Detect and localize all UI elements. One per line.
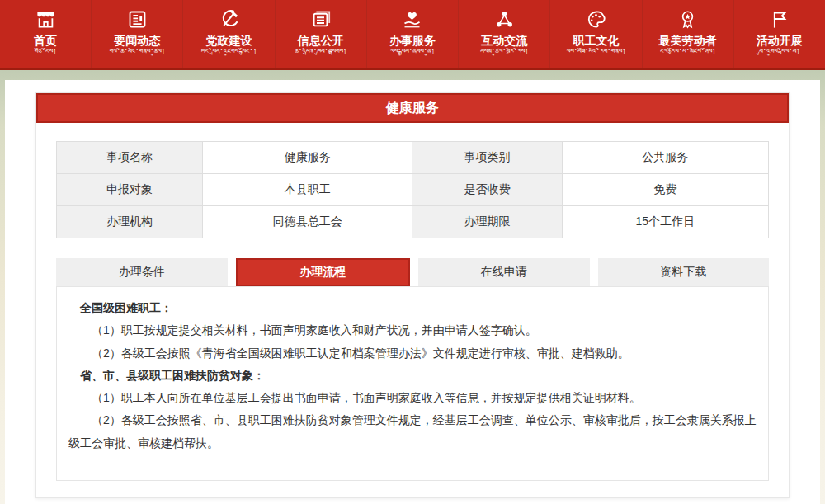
- page-content-area: 健康服务 事项名称 健康服务 事项类别 公共服务 申报对象 本县职工 是否收费 …: [5, 80, 820, 504]
- newspaper-icon: [126, 8, 148, 31]
- section-heading-provincial: 省、市、县级职工困难扶防贫对象：: [68, 365, 757, 387]
- field-value-applicants: 本县职工: [202, 174, 412, 206]
- nav-label: 要闻动态: [114, 34, 160, 48]
- field-value-item-category: 公共服务: [562, 142, 768, 174]
- nav-item-activities[interactable]: 活动开展 བྱ་འགུལ་སྤེལ་བ།: [734, 0, 825, 68]
- nav-label: 职工文化: [573, 34, 619, 48]
- field-value-agency: 同德县总工会: [202, 206, 412, 238]
- medal-icon: [676, 8, 699, 31]
- nav-item-worker-culture[interactable]: 职工文化 ལས་བཟོ་པའི་རིག་གནས།: [550, 0, 642, 68]
- table-row: 申报对象 本县职工 是否收费 免费: [57, 174, 769, 206]
- nav-item-interaction[interactable]: 互动交流 བསམ་ཚུལ་བརྗེ་རེས།: [459, 0, 550, 68]
- nav-item-info-disclosure[interactable]: 信息公开 ཆ་འཕྲིན་ཁྱབ་བསྒྲགས།: [276, 0, 367, 68]
- service-info-table: 事项名称 健康服务 事项类别 公共服务 申报对象 本县职工 是否收费 免费 办理…: [56, 141, 769, 238]
- tab-conditions[interactable]: 办理条件: [56, 258, 228, 286]
- nav-label: 党政建设: [206, 34, 252, 48]
- heart-hand-icon: [401, 8, 423, 31]
- field-value-item-name: 健康服务: [202, 142, 412, 174]
- process-tab-panel: 全国级困难职工： （1）职工按规定提交相关材料，书面声明家庭收入和财产状况，并由…: [56, 286, 769, 481]
- storefront-icon: [35, 8, 57, 31]
- document-icon: [309, 8, 332, 31]
- flag-icon: [768, 8, 790, 31]
- service-detail-card: 健康服务 事项名称 健康服务 事项类别 公共服务 申报对象 本县职工 是否收费 …: [35, 92, 790, 498]
- tab-downloads[interactable]: 资料下载: [598, 258, 770, 286]
- palette-icon: [585, 8, 607, 31]
- nav-tibetan-label: གལ་ཆེ་བའི་གནས་ཚུལ།: [110, 49, 166, 57]
- nav-label: 互动交流: [481, 34, 527, 48]
- nav-item-home[interactable]: 首页 གཙོ་ངོས།: [0, 0, 92, 68]
- nav-item-party-building[interactable]: 党政建设 ཏང་སྲིད་འཛུགས་སྐྱོང་།: [183, 0, 275, 68]
- nav-tibetan-label: བསམ་ཚུལ་བརྗེ་རེས།: [480, 49, 529, 57]
- field-value-time-limit: 15个工作日: [562, 206, 768, 238]
- top-navigation: 首页 གཙོ་ངོས། 要闻动态 གལ་ཆེ་བའི་གནས་ཚུལ། 党政建设…: [0, 0, 825, 70]
- page-title: 健康服务: [36, 93, 789, 123]
- nav-label: 信息公开: [298, 34, 344, 48]
- section-paragraph: （2）各级工会按照《青海省全国级困难职工认定和档案管理办法》文件规定进行审核、审…: [68, 342, 757, 365]
- section-paragraph: （1）职工按规定提交相关材料，书面声明家庭收入和财产状况，并由申请人签字确认。: [68, 319, 757, 341]
- table-row: 事项名称 健康服务 事项类别 公共服务: [57, 142, 769, 174]
- tab-online-apply[interactable]: 在线申请: [418, 258, 590, 286]
- nav-label: 首页: [34, 34, 57, 48]
- section-paragraph: （2）各级工会按照省、市、县职工困难扶防贫对象管理文件规定，经基层工会调查、单位…: [68, 409, 757, 455]
- nav-item-news[interactable]: 要闻动态 གལ་ཆེ་བའི་གནས་ཚུལ།: [92, 0, 183, 68]
- field-label-time-limit: 办理期限: [412, 206, 562, 238]
- nav-label: 办事服务: [389, 34, 436, 48]
- field-label-item-name: 事项名称: [57, 142, 203, 174]
- hammer-sickle-icon: [218, 8, 240, 31]
- field-label-fee: 是否收费: [412, 174, 562, 206]
- nav-label: 最美劳动者: [659, 34, 717, 48]
- nav-tibetan-label: བྱ་འགུལ་སྤེལ་བ།: [759, 49, 800, 57]
- field-label-applicants: 申报对象: [57, 174, 203, 206]
- tab-process[interactable]: 办理流程: [236, 258, 411, 286]
- nav-tibetan-label: ཏང་སྲིད་འཛུགས་སྐྱོང་།: [201, 49, 257, 57]
- nav-item-services[interactable]: 办事服务 ལས་སྒྲུབ་ཞབས་ཞུ།: [367, 0, 459, 68]
- detail-tabs: 办理条件 办理流程 在线申请 资料下载: [56, 258, 769, 286]
- nav-tibetan-label: ཆ་འཕྲིན་ཁྱབ་བསྒྲགས།: [295, 49, 346, 57]
- field-label-item-category: 事项类别: [412, 142, 562, 174]
- nav-item-model-workers[interactable]: 最美劳动者 ངལ་རྩོལ་པ་མཛེས་ཤོས།: [643, 0, 734, 68]
- nav-tibetan-label: ལས་སྒྲུབ་ཞབས་ཞུ།: [390, 49, 435, 57]
- nav-label: 活动开展: [757, 34, 803, 48]
- nav-tibetan-label: ལས་བཟོ་པའི་རིག་གནས།: [566, 49, 625, 57]
- network-icon: [493, 8, 516, 31]
- section-paragraph: （1）职工本人向所在单位基层工会提出书面申请，书面声明家庭收入等信息，并按规定提…: [68, 387, 757, 409]
- field-label-agency: 办理机构: [57, 206, 203, 238]
- field-value-fee: 免费: [562, 174, 768, 206]
- nav-tibetan-label: ངལ་རྩོལ་པ་མཛེས་ཤོས།: [660, 49, 716, 57]
- table-row: 办理机构 同德县总工会 办理期限 15个工作日: [57, 206, 769, 238]
- nav-tibetan-label: གཙོ་ངོས།: [35, 49, 57, 57]
- section-heading-national: 全国级困难职工：: [68, 297, 757, 319]
